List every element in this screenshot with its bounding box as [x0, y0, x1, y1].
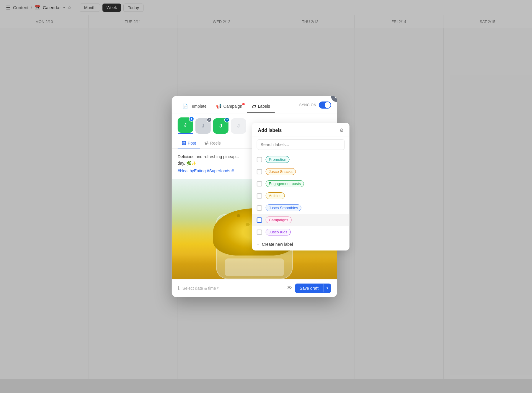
label-checkbox-promotion[interactable] [257, 157, 262, 162]
jusco-logo-3: J [219, 123, 222, 129]
label-item-engagement[interactable]: Engagement posts [252, 178, 350, 190]
tab-labels[interactable]: 🏷 Labels [247, 101, 275, 113]
label-checkbox-jusco-smoothies[interactable] [257, 205, 262, 211]
label-badge-jusco-snacks: Jusco Snacks [266, 168, 296, 175]
label-checkbox-jusco-kids[interactable] [257, 230, 262, 235]
label-badge-promotion: Promotion [266, 156, 290, 163]
label-item-jusco-smoothies[interactable]: Jusco Smoothies [252, 202, 350, 214]
modal-tab-bar: 📄 Template 📢 Campaign 🏷 Labels SYNC ON [172, 96, 337, 113]
platform-facebook[interactable]: J f [178, 117, 193, 134]
create-label-text: Create new label [262, 242, 293, 247]
label-item-campaigns[interactable]: Campaigns [252, 214, 350, 226]
jusco-logo-1: J [184, 122, 187, 128]
label-checkbox-jusco-snacks[interactable] [257, 169, 262, 174]
platform-disabled[interactable]: J × [195, 118, 211, 134]
tab-campaign[interactable]: 📢 Campaign [211, 101, 247, 113]
sync-area: SYNC ON [299, 101, 331, 112]
create-new-label-button[interactable]: + Create new label [252, 238, 350, 250]
date-time-label: Select date & time [182, 286, 216, 291]
label-checkbox-articles[interactable] [257, 193, 262, 199]
labels-dropdown-header: Add labels ⚙ [252, 123, 350, 137]
modal-footer: ℹ Select date & time ▾ 👁 Save draft ▾ [172, 279, 337, 297]
tab-template[interactable]: 📄 Template [178, 101, 211, 113]
platform-linkedin[interactable]: J in [213, 118, 229, 134]
tab-labels-label: Labels [258, 104, 270, 109]
campaign-notification-dot [242, 103, 244, 105]
tab-campaign-label: Campaign [223, 104, 242, 109]
label-checkbox-engagement[interactable] [257, 181, 262, 186]
labels-settings-icon[interactable]: ⚙ [340, 127, 344, 133]
create-label-plus-icon: + [257, 242, 260, 247]
label-badge-campaigns: Campaigns [266, 217, 292, 223]
platform-4-logo: J [237, 123, 240, 129]
save-dropdown-arrow[interactable]: ▾ [323, 284, 331, 292]
info-icon: ℹ [178, 285, 179, 291]
label-badge-articles: Articles [266, 192, 285, 199]
reels-tab-label: Reels [210, 141, 221, 145]
facebook-badge-icon: f [191, 117, 192, 121]
label-item-jusco-snacks[interactable]: Jusco Snacks [252, 166, 350, 178]
post-tab-post[interactable]: 🖼 Post [178, 138, 200, 148]
label-badge-engagement: Engagement posts [266, 180, 304, 187]
date-time-selector[interactable]: Select date & time ▾ [182, 286, 219, 291]
date-chevron-icon: ▾ [217, 286, 219, 290]
label-badge-jusco-kids: Jusco Kids [266, 229, 291, 235]
label-checkbox-campaigns[interactable] [257, 217, 262, 223]
chia-seeds [225, 258, 284, 276]
save-draft-label: Save draft [295, 284, 323, 293]
label-item-articles[interactable]: Articles [252, 190, 350, 202]
label-item-promotion[interactable]: Promotion [252, 153, 350, 166]
tab-template-label: Template [190, 104, 207, 109]
preview-eye-icon[interactable]: 👁 [287, 285, 292, 291]
food-texture-1 [237, 214, 240, 217]
labels-tab-icon: 🏷 [252, 104, 256, 109]
labels-dropdown: Add labels ⚙ Promotion Jusco Snacks Enga… [252, 123, 350, 250]
post-tab-image-icon: 🖼 [182, 141, 186, 145]
labels-search-input[interactable] [257, 139, 345, 150]
food-texture-3 [246, 223, 250, 226]
sync-toggle[interactable] [319, 101, 331, 109]
reels-tab-icon: 📽 [204, 141, 208, 145]
labels-dropdown-title: Add labels [258, 128, 282, 133]
platform-extra[interactable]: J [231, 118, 246, 134]
label-item-jusco-kids[interactable]: Jusco Kids [252, 226, 350, 238]
post-tab-label: Post [188, 141, 196, 145]
template-icon: 📄 [182, 104, 188, 109]
platform-active-indicator [178, 133, 193, 134]
campaign-icon: 📢 [216, 104, 222, 109]
sync-label: SYNC ON [299, 103, 316, 107]
save-draft-button[interactable]: Save draft ▾ [295, 284, 331, 293]
label-badge-jusco-smoothies: Jusco Smoothies [266, 204, 301, 211]
labels-list: Promotion Jusco Snacks Engagement posts … [252, 152, 350, 238]
post-tab-reels[interactable]: 📽 Reels [200, 138, 225, 148]
close-badge-icon: × [208, 118, 210, 122]
platform-2-logo: J [202, 123, 204, 129]
linkedin-badge-icon: in [226, 118, 228, 121]
